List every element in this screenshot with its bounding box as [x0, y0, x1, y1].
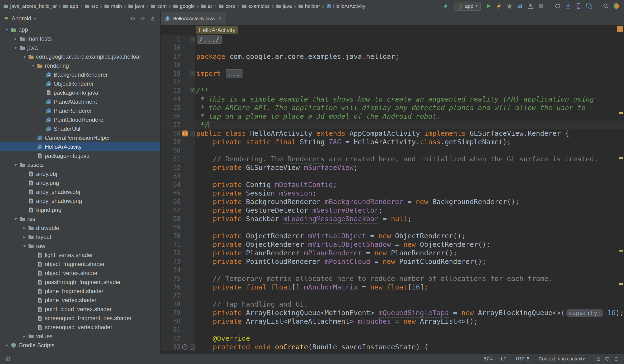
code-line-1[interactable]: 1+/.../ — [161, 35, 624, 44]
gutter-line-75[interactable]: 75 — [161, 274, 195, 283]
breadcrumb-item-main[interactable]: main — [104, 3, 122, 9]
locate-icon[interactable] — [129, 14, 137, 23]
expand-arrow-closed-icon[interactable]: ▸ — [3, 343, 10, 348]
tree-item-andy-obj[interactable]: andy.obj — [0, 169, 160, 179]
avd-manager-icon[interactable] — [574, 2, 583, 11]
gutter-line-58[interactable]: 58<>- — [161, 129, 195, 138]
expand-arrow-closed-icon[interactable]: ▸ — [21, 334, 28, 339]
code-line-68[interactable]: 68 private Snackbar mLoadingMessageSnack… — [161, 214, 624, 223]
code-line-58[interactable]: 58<>-public class HelloArActivity extend… — [161, 129, 624, 138]
assistant-avatar-icon[interactable] — [612, 2, 621, 11]
gutter-line-76[interactable]: 76 — [161, 283, 195, 291]
expand-arrow-closed-icon[interactable]: ▸ — [21, 225, 28, 231]
gutter-line-54[interactable]: 54 — [161, 95, 195, 104]
tree-item-screenquad-vertex-shader[interactable]: screenquad_vertex.shader — [0, 323, 160, 332]
gear-icon[interactable] — [139, 14, 147, 23]
code-line-79[interactable]: 79 private ArrayBlockingQueue<MotionEven… — [161, 309, 624, 317]
gutter-line-59[interactable]: 59 — [161, 138, 195, 146]
gutter-line-69[interactable]: 69 — [161, 223, 195, 232]
breadcrumb-item-core[interactable]: core — [218, 3, 235, 9]
tree-item-shaderutil[interactable]: CShaderUtil — [0, 124, 160, 133]
code-line-52[interactable]: 52 — [161, 78, 624, 86]
code-line-53[interactable]: 53-/** — [161, 86, 624, 95]
tree-item-package-info-java[interactable]: package-info.java — [0, 151, 160, 160]
code-line-55[interactable]: 55 * the ARCore API. The application wil… — [161, 104, 624, 112]
fold-collapse-icon[interactable]: - — [190, 131, 195, 136]
warning-stripe-mark[interactable] — [619, 112, 623, 114]
gutter-line-55[interactable]: 55 — [161, 104, 195, 112]
analysis-indicator[interactable] — [617, 26, 623, 32]
expand-arrow-open-icon[interactable]: ▾ — [21, 243, 28, 249]
code-line-65[interactable]: 65 private Session mSession; — [161, 189, 624, 197]
stop-icon[interactable] — [536, 2, 545, 11]
code-editor[interactable]: 1+/.../1617package com.google.ar.core.ex… — [161, 35, 624, 354]
tree-item-light-vertex-shader[interactable]: light_vertex.shader — [0, 251, 160, 260]
gutter-line-64[interactable]: 64 — [161, 180, 195, 189]
breadcrumb-item-app[interactable]: app — [63, 3, 78, 9]
code-line-75[interactable]: 75 // Temporary matrix allocated here to… — [161, 274, 624, 283]
tree-item-gradle-scripts[interactable]: ▸Gradle Scripts — [0, 341, 160, 350]
device-monitor-icon[interactable] — [584, 2, 593, 11]
tree-item-helloaractivity[interactable]: CHelloArActivity — [0, 142, 160, 151]
search-icon[interactable] — [601, 2, 610, 11]
code-line-80[interactable]: 80 private ArrayList<PlaneAttachment> mT… — [161, 317, 624, 326]
breadcrumb-item-src[interactable]: src — [84, 3, 98, 9]
expand-arrow-open-icon[interactable]: ▾ — [3, 27, 10, 32]
code-line-67[interactable]: 67 private GestureDetector mGestureDetec… — [161, 206, 624, 214]
fold-collapse-icon[interactable]: - — [190, 88, 195, 93]
tree-item-rendering[interactable]: ▾rendering — [0, 61, 160, 70]
tree-item-assets[interactable]: ▾assets — [0, 160, 160, 169]
tree-item-res[interactable]: ▾res — [0, 214, 160, 224]
project-view-selector[interactable]: Android — [12, 15, 31, 22]
run-configuration-selector[interactable]: app ▾ — [454, 2, 481, 11]
gutter-line-73[interactable]: 73 — [161, 257, 195, 266]
tree-item-andy-png[interactable]: andy.png — [0, 179, 160, 187]
code-line-63[interactable]: 63 — [161, 172, 624, 180]
status-caret-position[interactable]: 57:4 — [484, 356, 493, 362]
gutter-line-16[interactable]: 16 — [161, 44, 195, 52]
tree-item-point-cloud-vertex-shader[interactable]: point_cloud_vertex.shader — [0, 305, 160, 314]
status-encoding[interactable]: UTF-8: — [516, 356, 530, 362]
gutter-line-67[interactable]: 67 — [161, 206, 195, 214]
code-line-54[interactable]: 54 * This is a simple example that shows… — [161, 95, 624, 104]
code-line-59[interactable]: 59 private static final String TAG = Hel… — [161, 138, 624, 146]
gutter-line-61[interactable]: 61 — [161, 155, 195, 163]
run-icon[interactable] — [484, 2, 493, 11]
tree-item-values[interactable]: ▸values — [0, 332, 160, 341]
gutter-line-56[interactable]: 56 — [161, 112, 195, 121]
tree-item-plane-vertex-shader[interactable]: plane_vertex.shader — [0, 296, 160, 305]
code-line-71[interactable]: 71 private ObjectRenderer mVirtualObject… — [161, 240, 624, 249]
breadcrumb-item-ar[interactable]: ar — [201, 3, 212, 9]
tree-item-passthrough-fragment-shader[interactable]: passthrough_fragment.shader — [0, 278, 160, 287]
code-line-56[interactable]: 56 * tap on a plane to place a 3d model … — [161, 112, 624, 121]
gutter-line-19[interactable]: 19+ — [161, 69, 195, 78]
class-declaration-gutter-icon[interactable]: <> — [182, 130, 188, 136]
tree-item-java[interactable]: ▾java — [0, 43, 160, 52]
tree-item-plane-fragment-shader[interactable]: plane_fragment.shader — [0, 287, 160, 296]
code-line-70[interactable]: 70 private ObjectRenderer mVirtualObject… — [161, 232, 624, 240]
code-line-72[interactable]: 72 private PlaneRenderer mPlaneRenderer … — [161, 249, 624, 257]
breadcrumb-item-java-arcore-hello-ar[interactable]: java_arcore_hello_ar — [3, 3, 57, 9]
attach-debugger-icon[interactable] — [526, 2, 535, 11]
fold-collapse-icon[interactable]: - — [190, 344, 195, 350]
tree-item-objectrenderer[interactable]: CObjectRenderer — [0, 79, 160, 88]
debug-icon[interactable] — [505, 2, 514, 11]
gutter-line-70[interactable]: 70 — [161, 232, 195, 240]
code-line-18[interactable]: 18 — [161, 61, 624, 69]
expand-arrow-closed-icon[interactable]: ▸ — [21, 234, 28, 240]
gutter-line-78[interactable]: 78 — [161, 300, 195, 309]
tree-item-camerapermissionhelper[interactable]: CCameraPermissionHelper — [0, 133, 160, 142]
gutter-line-82[interactable]: 82 — [161, 334, 195, 343]
tree-item-drawable[interactable]: ▸drawable — [0, 224, 160, 233]
fold-expand-icon[interactable]: + — [190, 37, 195, 42]
code-line-61[interactable]: 61 // Rendering. The Renderers are creat… — [161, 155, 624, 163]
tree-item-object-fragment-shader[interactable]: object_fragment.shader — [0, 260, 160, 269]
gutter-line-71[interactable]: 71 — [161, 240, 195, 249]
warning-stripe-mark[interactable] — [619, 157, 623, 159]
lock-icon[interactable] — [595, 355, 602, 363]
code-line-64[interactable]: 64 private Config mDefaultConfig; — [161, 180, 624, 189]
code-line-66[interactable]: 66 private BackgroundRenderer mBackgroun… — [161, 197, 624, 206]
code-line-57[interactable]: 57 */ — [161, 121, 624, 129]
breadcrumb-item-google[interactable]: google — [173, 3, 195, 9]
tree-item-backgroundrenderer[interactable]: CBackgroundRenderer — [0, 70, 160, 79]
